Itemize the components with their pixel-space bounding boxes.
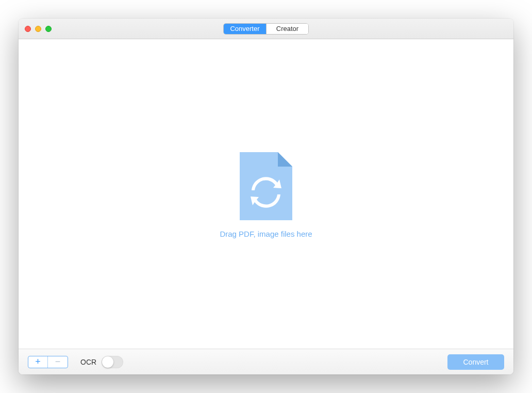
fullscreen-window-button[interactable] xyxy=(45,26,52,32)
remove-file-button[interactable]: − xyxy=(48,356,68,368)
content-area: Drag PDF, image files here xyxy=(19,39,513,349)
titlebar: Converter Creator xyxy=(19,19,513,39)
close-window-button[interactable] xyxy=(25,26,31,32)
dropzone-hint: Drag PDF, image files here xyxy=(220,230,312,238)
ocr-toggle-knob xyxy=(102,356,113,368)
convert-button[interactable]: Convert xyxy=(447,354,504,370)
add-file-button[interactable]: + xyxy=(28,356,48,368)
ocr-toggle[interactable] xyxy=(102,356,123,368)
ocr-label: OCR xyxy=(80,358,96,366)
file-convert-icon xyxy=(238,150,294,222)
window-controls xyxy=(25,26,52,32)
mode-tabs: Converter Creator xyxy=(223,23,309,35)
footer-toolbar: + − OCR Convert xyxy=(19,349,513,374)
app-window: Converter Creator Drag PDF, image files … xyxy=(19,19,513,374)
tab-creator[interactable]: Creator xyxy=(266,24,308,34)
file-dropzone[interactable]: Drag PDF, image files here xyxy=(220,150,312,238)
file-stepper: + − xyxy=(28,356,68,368)
ocr-control: OCR xyxy=(80,356,123,368)
minimize-window-button[interactable] xyxy=(35,26,41,32)
tab-converter[interactable]: Converter xyxy=(224,24,266,34)
